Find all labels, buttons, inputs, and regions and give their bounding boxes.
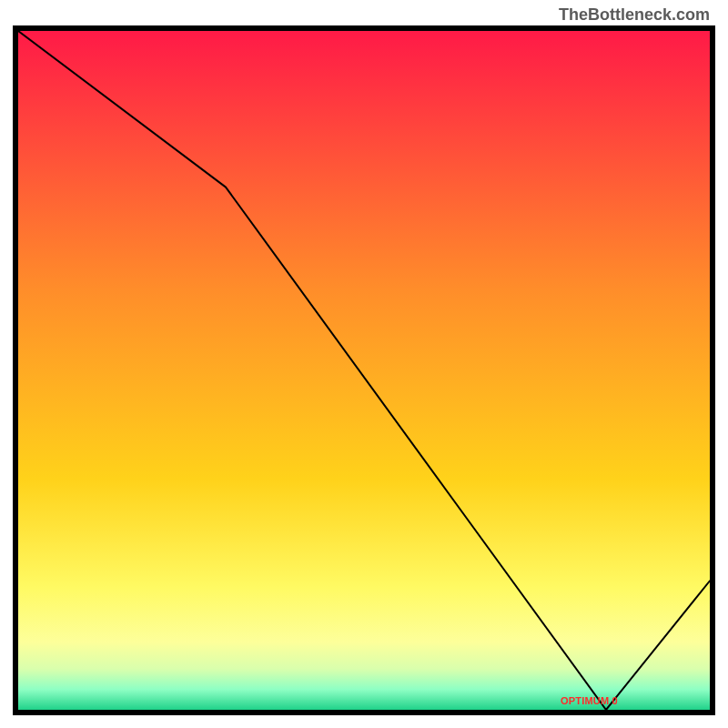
chart-frame: OPTIMUM 0 — [13, 25, 715, 715]
chart-line-series — [18, 31, 710, 710]
optimum-label: OPTIMUM 0 — [561, 695, 618, 706]
watermark-text: TheBottleneck.com — [559, 5, 710, 25]
